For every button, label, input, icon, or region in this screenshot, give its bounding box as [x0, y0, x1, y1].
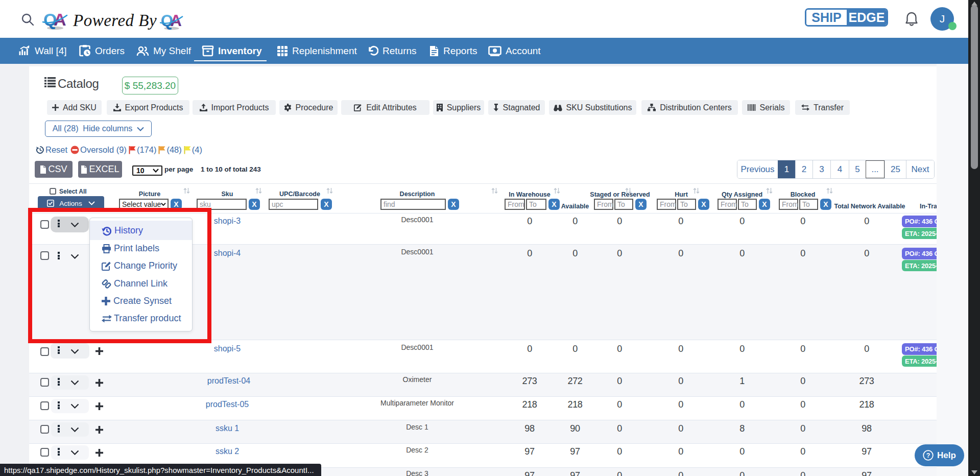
svg-text:?: ? — [926, 452, 930, 459]
